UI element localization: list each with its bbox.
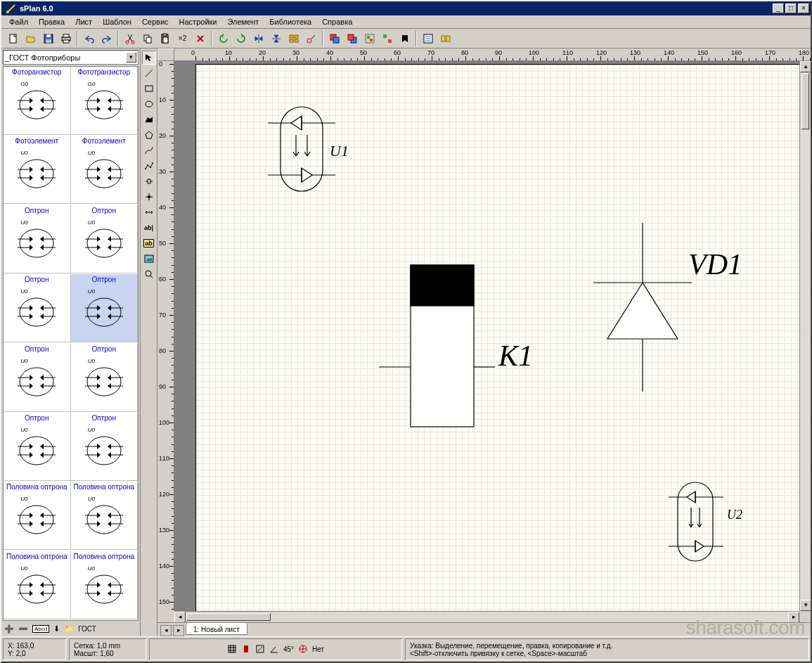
canvas-area: 0102030405060708090100110120130140150160… [157,49,811,636]
obj-snap-icon[interactable] [241,644,251,655]
library-cell[interactable]: ОптронU0 [71,413,138,481]
delete-button[interactable] [192,31,208,46]
pointer-tool[interactable] [142,51,156,65]
library-cell[interactable]: ОптронU0 [4,344,71,412]
label-icon[interactable]: Abcd [32,625,49,633]
svg-rect-3 [46,34,51,37]
library-cell[interactable]: ФотоэлементU0 [4,136,71,204]
circle-tool[interactable] [142,97,156,111]
zoom-tool[interactable] [142,267,156,281]
svg-point-33 [87,91,121,119]
redo-button[interactable] [98,31,115,46]
svg-point-43 [87,437,121,465]
library-cell[interactable]: ОптронU0 [4,205,71,273]
svg-point-41 [87,368,121,396]
menu-sheet[interactable]: Лист [70,16,97,27]
polyline-tool[interactable] [142,159,156,173]
components-button[interactable] [437,31,453,46]
duplicate-button[interactable]: ×2 [174,31,191,46]
minimize-button[interactable]: _ [773,4,784,13]
library-cell[interactable]: ФотоэлементU0 [71,136,138,204]
ungroup-button[interactable] [379,31,395,46]
print-button[interactable] [58,31,74,46]
rotate-right-button[interactable] [233,31,249,46]
library-cell[interactable]: ОптронU0 [71,205,138,273]
bezier-tool[interactable] [142,143,156,157]
library-cell[interactable]: Половина оптронаU0 [4,551,71,619]
horizontal-scrollbar[interactable]: ◂ ▸ [174,611,799,622]
special-tool[interactable] [142,174,156,188]
library-cell[interactable]: ОптронU0 [71,344,138,412]
canvas[interactable]: U1 K1 [174,61,799,611]
text-tool[interactable]: ab| [142,221,156,235]
minus-icon[interactable]: ➖ [18,624,28,633]
polygon-tool[interactable] [142,128,156,142]
rotate-left-button[interactable] [215,31,231,46]
menu-library[interactable]: Библиотека [264,16,316,27]
line-tool[interactable] [142,66,156,80]
align-button[interactable] [285,31,302,46]
dimension-tool[interactable] [142,205,156,219]
mirror-v-button[interactable] [268,31,284,46]
poly-fill-tool[interactable] [142,112,156,127]
cut-button[interactable] [122,31,138,46]
rect-tool[interactable] [142,82,156,96]
library-cell-symbol: U0 [72,423,136,479]
textbox-tool[interactable]: ab [142,236,156,250]
angle-icon[interactable] [269,644,279,655]
paste-button[interactable] [157,31,173,46]
menu-settings[interactable]: Настройки [174,16,222,27]
group-button[interactable] [361,31,378,46]
image-tool[interactable] [142,252,156,266]
copy-button[interactable] [139,31,155,46]
grid-icon[interactable] [227,644,237,655]
maximize-button[interactable]: □ [785,4,797,13]
plus-icon[interactable]: ➕ [4,624,14,633]
menu-help[interactable]: Справка [317,16,357,27]
library-cell[interactable]: Половина оптронаU0 [71,482,138,550]
tab-next-button[interactable]: ▸ [173,625,184,636]
menu-edit[interactable]: Правка [34,16,70,27]
save-button[interactable] [40,31,56,46]
menu-element[interactable]: Элемент [222,16,264,27]
ortho-icon[interactable] [255,644,265,655]
undo-button[interactable] [81,31,97,46]
arrow-down-icon[interactable]: ⬇ [53,624,60,633]
sheet-tab-bar: ◂ ▸ 1: Новый лист [157,622,811,636]
vertical-scrollbar[interactable]: ▴ ▾ [799,61,811,611]
menu-service[interactable]: Сервис [137,16,174,27]
find-button[interactable] [397,31,413,46]
to-back-button[interactable] [344,31,360,46]
tab-prev-button[interactable]: ◂ [160,625,172,636]
menu-file[interactable]: Файл [4,16,33,27]
library-cell[interactable]: ОптронU0 [4,413,71,481]
list-button[interactable] [420,31,436,46]
library-cell-title: Фотоэлемент [72,137,136,145]
paper[interactable]: U1 K1 [195,64,799,611]
to-front-button[interactable] [326,31,342,46]
library-cell[interactable]: Половина оптронаU0 [4,482,71,550]
snap-mode-icon[interactable] [298,644,308,655]
status-hint2: <Shift>-отключить привязку к сетке, <Spa… [410,650,804,657]
open-button[interactable] [22,31,39,46]
library-cell[interactable]: Половина оптронаU0 [71,551,138,619]
library-cell[interactable]: ФототранзисторG0 [71,67,138,135]
new-button[interactable] [5,31,21,46]
mirror-h-button[interactable] [250,31,266,46]
menu-template[interactable]: Шаблон [98,16,136,27]
sheet-tab[interactable]: 1: Новый лист [186,623,247,635]
svg-rect-31 [446,36,450,41]
library-select[interactable]: _ГОСТ Фотоприборы ▾ [3,50,138,65]
library-cell[interactable]: ОптронU0 [4,274,71,342]
close-button[interactable]: × [798,4,809,13]
node-tool[interactable] [142,190,156,204]
library-cell[interactable]: ОптронU0 [71,274,138,342]
library-cell-symbol: G0 [72,77,136,133]
library-cell-symbol: U0 [5,423,69,479]
svg-point-36 [20,229,53,257]
svg-point-8 [126,41,129,44]
library-cell[interactable]: ФоторанзисторG0 [4,67,71,135]
chevron-down-icon[interactable]: ▾ [126,52,136,63]
snap-button[interactable] [303,31,319,46]
folder-icon[interactable]: 📁 [64,624,74,633]
